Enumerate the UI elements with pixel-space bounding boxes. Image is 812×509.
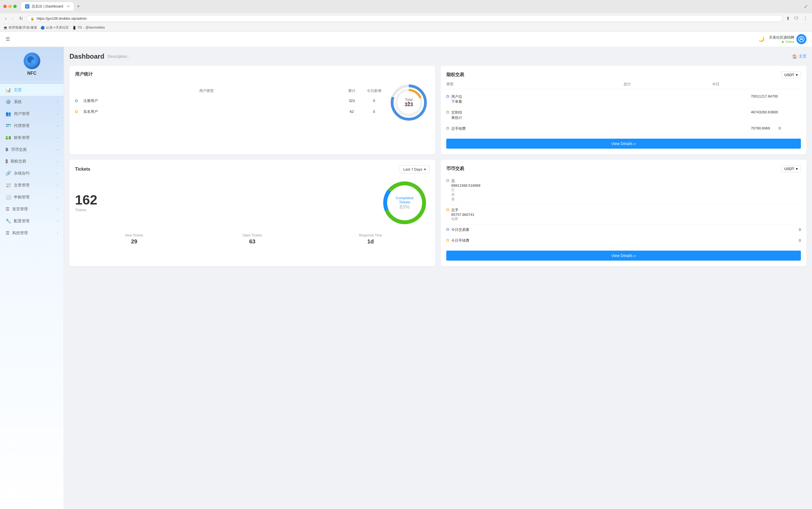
- coin-row-sub-0: 交易量: [451, 188, 801, 202]
- agents-icon: 🪪: [6, 123, 11, 128]
- sidebar-item-home[interactable]: 📊 主页: [0, 84, 64, 96]
- theme-toggle-button[interactable]: 🌙: [758, 36, 765, 42]
- bookmark-0[interactable]: 💻 程序搭建/开发/修复: [3, 25, 37, 30]
- new-tab-button[interactable]: +: [77, 4, 80, 9]
- coin-today-vol-val: 0: [799, 228, 801, 232]
- coin-trading-card: 币币交易 USDT ▾ 总 68811568.516668 交易量: [441, 160, 806, 266]
- verified-today: 0: [366, 109, 382, 114]
- registered-today: 0: [366, 99, 382, 103]
- sidebar-item-articles[interactable]: 📰 文章管理 ‹: [0, 179, 64, 191]
- articles-icon: 📰: [6, 182, 11, 188]
- coin-today-fee-label: 今日手续费: [451, 238, 469, 243]
- tickets-response-value: 1d: [311, 238, 430, 245]
- browser-back-button[interactable]: ‹: [3, 15, 8, 22]
- coin-view-details-button[interactable]: View Details »: [446, 250, 801, 261]
- tickets-donut-pct: 83%: [392, 204, 417, 210]
- coin-trading-title: 币币交易: [446, 166, 464, 172]
- tickets-stat-new: New Tickets 29: [75, 233, 193, 245]
- sidebar-item-perpetual[interactable]: 🔗 永续合约 ‹: [0, 167, 64, 179]
- browser-restore-button[interactable]: ⤢: [803, 3, 809, 10]
- coin-row-3: 今日手续费 0: [446, 235, 801, 246]
- options-row-today-1: [779, 110, 801, 114]
- tab-close-button[interactable]: ×: [67, 4, 69, 9]
- sidebar-item-homepage[interactable]: ☰ 首页管理 ‹: [0, 203, 64, 215]
- system-icon: ⚙️: [6, 99, 11, 104]
- coin-row-2: 今日交易量 0: [446, 225, 801, 235]
- svg-point-1: [801, 38, 802, 39]
- main-content: Dashboard Description... 🏠 主页 用户统计 用: [64, 47, 812, 509]
- coin-row-1: 总手 85757.860741 续费: [446, 205, 801, 225]
- chevron-right-icon-homepage: ‹: [57, 207, 58, 211]
- coin-row-name-fee: 总手: [451, 208, 801, 212]
- col-type: 用户类型: [75, 88, 338, 93]
- sidebar-item-config[interactable]: 🔧 配置管理 ‹: [0, 215, 64, 227]
- sidebar-item-users[interactable]: 👥 用户管理 ‹: [0, 108, 64, 120]
- browser-menu-button[interactable]: ⋮: [802, 15, 809, 22]
- coin-dot-0: [446, 179, 449, 182]
- sidebar-item-finance[interactable]: 💵 财务管理 ‹: [0, 132, 64, 144]
- sidebar-item-label-config: 配置管理: [14, 219, 29, 224]
- bookmark-2[interactable]: 📱 TG：@tianmeibbs: [72, 25, 105, 30]
- options-trading-dropdown[interactable]: USDT ▾: [781, 71, 801, 78]
- options-row-name-2: 总手续费: [451, 126, 749, 131]
- menu-toggle-button[interactable]: ☰: [6, 36, 10, 42]
- sidebar: NFC 📊 主页 ⚙️ 系统 ‹: [0, 47, 64, 509]
- browser-tab[interactable]: S 总后台 | Dashboard ×: [21, 2, 74, 10]
- coin-today-vol-label: 今日交易量: [451, 227, 469, 232]
- donut-total-label: Total: [405, 98, 413, 102]
- browser-share-button[interactable]: ⬆: [785, 15, 791, 22]
- breadcrumb[interactable]: 🏠 主页: [792, 54, 806, 59]
- header-avatar[interactable]: [797, 34, 806, 44]
- chevron-right-icon: ‹: [57, 100, 58, 104]
- user-stats-card: 用户统计 用户类型 累计 今日新增 注册用户 323: [69, 66, 435, 154]
- browser-minimize-dot[interactable]: [8, 5, 12, 8]
- browser-refresh-button[interactable]: ↻: [18, 15, 25, 22]
- chevron-right-icon-finance: ‹: [57, 136, 58, 140]
- options-row-name-sub-0: 下单量: [451, 99, 749, 104]
- tickets-body: 162 Tickets: [75, 178, 430, 228]
- options-view-details-button[interactable]: View Details »: [446, 139, 801, 149]
- tickets-footer: New Tickets 29 Open Tickets 63 Response …: [75, 233, 430, 245]
- browser-forward-button[interactable]: ›: [10, 15, 15, 22]
- sidebar-item-risk[interactable]: ☰ 风控管理 ‹: [0, 227, 64, 239]
- tickets-donut-chart: Completed Tickets 83%: [380, 178, 430, 228]
- options-trading-card: 期权交易 USDT ▾ 类型 总计 今日: [441, 66, 806, 154]
- registered-dot: [75, 99, 78, 102]
- donut-total-value: 323: [405, 102, 413, 107]
- verified-label: 实名用户: [83, 109, 338, 114]
- chevron-right-icon-perpetual: ‹: [57, 171, 58, 175]
- options-row-dot-2: [446, 127, 449, 130]
- coin-trading-dropdown[interactable]: USDT ▾: [781, 165, 801, 172]
- sidebar-item-options[interactable]: ₿ 期权交易 ‹: [0, 156, 64, 167]
- sidebar-logo-image: [24, 53, 40, 69]
- browser-close-dot[interactable]: [3, 5, 7, 8]
- sidebar-item-label-system: 系统: [14, 99, 22, 104]
- sidebar-item-label-subscriptions: 申购管理: [14, 195, 29, 200]
- options-row-1: 交割结 果统计 46743260.63800: [446, 107, 801, 123]
- options-icon: ₿: [6, 159, 8, 164]
- browser-shield-button[interactable]: 🛡: [793, 15, 800, 22]
- browser-maximize-dot[interactable]: [13, 5, 17, 8]
- sidebar-item-label-users: 用户管理: [14, 111, 29, 116]
- options-trading-header: 期权交易 USDT ▾: [446, 71, 801, 78]
- chevron-right-icon-articles: ‹: [57, 183, 58, 187]
- sidebar-item-agents[interactable]: 🪪 代理管理 ‹: [0, 120, 64, 132]
- bookmark-1[interactable]: 🔵 认准->天美社区: [41, 25, 69, 30]
- sidebar-item-coin-trade[interactable]: B 币币交易 ‹: [0, 144, 64, 156]
- homepage-icon: ☰: [6, 206, 9, 212]
- coin-dropdown-label: USDT: [784, 167, 794, 171]
- risk-icon: ☰: [6, 230, 9, 236]
- url-bar[interactable]: 🔒 https://jys106.timibbs.vip/admin: [27, 15, 783, 22]
- options-row-0: 用户总 下单量 70011217.84700: [446, 92, 801, 107]
- sidebar-item-label-risk: 风控管理: [12, 231, 28, 236]
- tickets-dropdown[interactable]: Last 7 Days ▾: [400, 165, 430, 173]
- verified-total: 62: [343, 109, 360, 114]
- sidebar-item-system[interactable]: ⚙️ 系统 ‹: [0, 96, 64, 108]
- sidebar-item-label-finance: 财务管理: [14, 135, 29, 140]
- bookmark-icon-0: 💻: [3, 26, 7, 30]
- sidebar-item-subscriptions[interactable]: ⬜ 申购管理 ‹: [0, 191, 64, 203]
- options-col-headers: 类型 总计 今日: [446, 82, 801, 89]
- chevron-right-icon-options: ‹: [57, 160, 58, 163]
- users-icon: 👥: [6, 111, 11, 116]
- options-row-dot-1: [446, 111, 449, 114]
